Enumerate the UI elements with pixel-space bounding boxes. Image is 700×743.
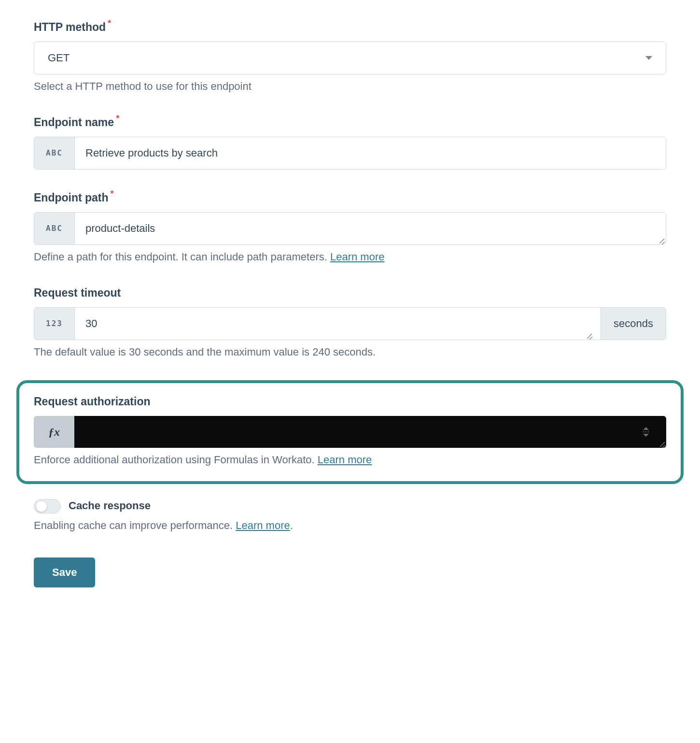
request-authorization-input[interactable]: [74, 416, 666, 448]
request-timeout-suffix: seconds: [601, 308, 666, 340]
http-method-value: GET: [48, 51, 645, 66]
request-authorization-learn-more-link[interactable]: Learn more: [318, 454, 372, 466]
save-button[interactable]: Save: [34, 557, 95, 587]
number-type-icon: 123: [34, 308, 75, 340]
request-authorization-label-text: Request authorization: [34, 394, 151, 409]
endpoint-name-input-group: ABC: [34, 137, 666, 170]
cache-response-helper-suffix: .: [290, 519, 293, 531]
text-type-icon: ABC: [34, 137, 75, 169]
endpoint-path-helper-text: Define a path for this endpoint. It can …: [34, 251, 330, 263]
resize-handle-icon: [658, 439, 665, 447]
cache-response-field: Cache response Enabling cache can improv…: [34, 499, 666, 533]
http-method-select[interactable]: GET: [34, 42, 666, 74]
endpoint-path-learn-more-link[interactable]: Learn more: [330, 251, 385, 263]
http-method-helper: Select a HTTP method to use for this end…: [34, 79, 666, 94]
text-type-icon: ABC: [34, 213, 75, 244]
http-method-label-text: HTTP method: [34, 19, 106, 35]
request-authorization-input-group: ƒx: [34, 416, 666, 448]
required-asterisk: *: [108, 17, 111, 29]
request-timeout-input-group: 123 seconds: [34, 307, 666, 340]
http-method-field: HTTP method * GET Select a HTTP method t…: [34, 19, 666, 94]
request-timeout-input[interactable]: [75, 308, 601, 340]
request-timeout-label: Request timeout: [34, 285, 666, 300]
request-authorization-helper: Enforce additional authorization using F…: [34, 453, 666, 468]
chevron-down-icon: [645, 56, 652, 60]
request-authorization-helper-text: Enforce additional authorization using F…: [34, 454, 318, 466]
cache-response-helper-text: Enabling cache can improve performance.: [34, 519, 236, 531]
required-asterisk: *: [116, 113, 119, 125]
required-asterisk: *: [111, 188, 114, 200]
endpoint-name-input[interactable]: [75, 137, 666, 169]
cache-response-learn-more-link[interactable]: Learn more: [236, 519, 290, 531]
toggle-knob: [36, 500, 47, 512]
request-authorization-highlight: Request authorization ƒx Enforce additio…: [16, 380, 684, 484]
endpoint-name-label: Endpoint name *: [34, 114, 666, 130]
request-timeout-helper: The default value is 30 seconds and the …: [34, 345, 666, 360]
endpoint-path-helper: Define a path for this endpoint. It can …: [34, 250, 666, 265]
formula-type-icon: ƒx: [34, 416, 74, 448]
endpoint-path-label-text: Endpoint path: [34, 190, 109, 205]
endpoint-name-field: Endpoint name * ABC: [34, 114, 666, 170]
endpoint-path-label: Endpoint path *: [34, 190, 666, 205]
endpoint-path-field: Endpoint path * ABC Define a path for th…: [34, 190, 666, 265]
cache-response-toggle[interactable]: [34, 499, 61, 514]
request-timeout-field: Request timeout 123 seconds The default …: [34, 285, 666, 360]
endpoint-name-label-text: Endpoint name: [34, 114, 114, 130]
request-authorization-label: Request authorization: [34, 394, 666, 409]
request-timeout-label-text: Request timeout: [34, 285, 121, 300]
endpoint-path-input[interactable]: [75, 213, 666, 244]
stepper-icon[interactable]: [643, 427, 649, 437]
http-method-label: HTTP method *: [34, 19, 666, 35]
cache-response-helper: Enabling cache can improve performance. …: [34, 518, 666, 533]
endpoint-path-input-group: ABC: [34, 212, 666, 245]
cache-response-label: Cache response: [69, 499, 151, 514]
